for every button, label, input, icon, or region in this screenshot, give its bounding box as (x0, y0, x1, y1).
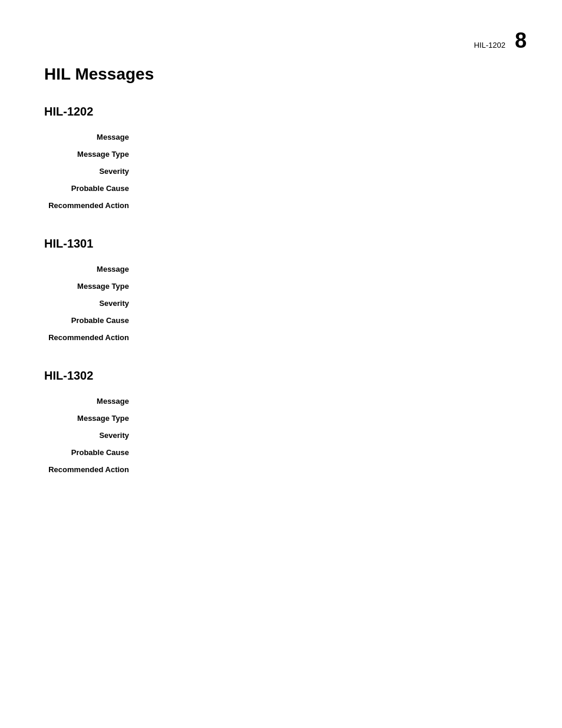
field-value-0-1 (138, 150, 518, 167)
field-label-0-4: Recommended Action (44, 201, 138, 218)
field-label-0-1: Message Type (44, 150, 138, 167)
field-value-0-4 (138, 201, 518, 218)
field-label-1-0: Message (44, 265, 138, 282)
field-value-2-2 (138, 431, 518, 448)
field-value-0-0 (138, 133, 518, 150)
field-value-1-2 (138, 299, 518, 316)
field-row: Recommended Action (44, 201, 518, 218)
section-title-HIL-1302: HIL-1302 (44, 369, 518, 383)
field-row: Message (44, 397, 518, 414)
field-row: Message Type (44, 282, 518, 299)
section-HIL-1301: HIL-1301MessageMessage TypeSeverityProba… (44, 237, 518, 350)
section-HIL-1302: HIL-1302MessageMessage TypeSeverityProba… (44, 369, 518, 482)
field-table-HIL-1202: MessageMessage TypeSeverityProbable Caus… (44, 133, 518, 218)
field-row: Severity (44, 167, 518, 184)
field-row: Probable Cause (44, 448, 518, 465)
doc-title: HIL Messages (44, 65, 518, 84)
field-row: Severity (44, 431, 518, 448)
field-label-1-4: Recommended Action (44, 333, 138, 350)
field-label-2-1: Message Type (44, 414, 138, 431)
field-value-2-4 (138, 465, 518, 482)
field-row: Message (44, 133, 518, 150)
field-label-1-3: Probable Cause (44, 316, 138, 333)
field-value-2-3 (138, 448, 518, 465)
section-title-HIL-1202: HIL-1202 (44, 105, 518, 118)
field-row: Message (44, 265, 518, 282)
field-value-1-4 (138, 333, 518, 350)
field-label-2-3: Probable Cause (44, 448, 138, 465)
field-label-2-4: Recommended Action (44, 465, 138, 482)
field-row: Recommended Action (44, 333, 518, 350)
field-row: Message Type (44, 414, 518, 431)
field-value-1-0 (138, 265, 518, 282)
section-title-HIL-1301: HIL-1301 (44, 237, 518, 251)
field-row: Probable Cause (44, 184, 518, 201)
section-HIL-1202: HIL-1202MessageMessage TypeSeverityProba… (44, 105, 518, 218)
field-table-HIL-1301: MessageMessage TypeSeverityProbable Caus… (44, 265, 518, 350)
field-label-2-0: Message (44, 397, 138, 414)
field-label-1-1: Message Type (44, 282, 138, 299)
page-header: HIL-1202 8 (474, 28, 527, 53)
field-value-1-3 (138, 316, 518, 333)
field-table-HIL-1302: MessageMessage TypeSeverityProbable Caus… (44, 397, 518, 482)
field-row: Message Type (44, 150, 518, 167)
field-row: Probable Cause (44, 316, 518, 333)
field-label-1-2: Severity (44, 299, 138, 316)
field-value-2-1 (138, 414, 518, 431)
field-label-0-2: Severity (44, 167, 138, 184)
field-value-2-0 (138, 397, 518, 414)
field-row: Recommended Action (44, 465, 518, 482)
field-value-0-3 (138, 184, 518, 201)
field-value-1-1 (138, 282, 518, 299)
field-row: Severity (44, 299, 518, 316)
field-label-2-2: Severity (44, 431, 138, 448)
field-value-0-2 (138, 167, 518, 184)
header-page-number: 8 (515, 28, 527, 53)
field-label-0-3: Probable Cause (44, 184, 138, 201)
header-code: HIL-1202 (474, 41, 505, 50)
field-label-0-0: Message (44, 133, 138, 150)
